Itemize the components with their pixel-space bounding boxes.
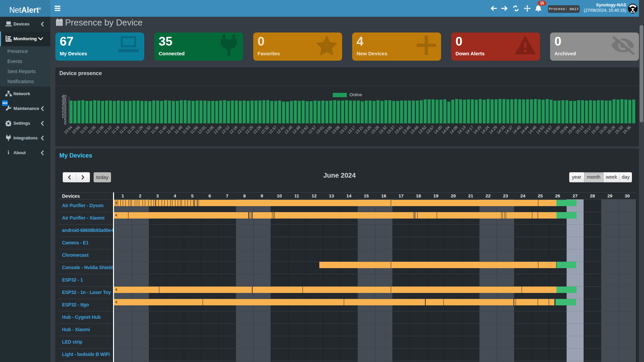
svg-text:11:53: 11:53 [181, 125, 191, 134]
svg-text:13:41: 13:41 [394, 125, 404, 135]
svg-text:11:36: 11:36 [150, 125, 159, 134]
svg-text:12:57: 12:57 [307, 125, 317, 135]
svg-text:11:32: 11:32 [142, 125, 152, 134]
svg-text:13:28: 13:28 [370, 125, 380, 135]
svg-text:14:08: 14:08 [449, 125, 459, 135]
svg-text:12:16: 12:16 [228, 125, 238, 135]
svg-text:14:17: 14:17 [465, 125, 474, 135]
svg-text:12:28: 12:28 [252, 125, 262, 135]
svg-text:11:21: 11:21 [118, 125, 128, 134]
svg-text:14:37: 14:37 [504, 125, 514, 135]
svg-text:11:01: 11:01 [79, 125, 89, 134]
svg-text:12:09: 12:09 [213, 125, 222, 135]
svg-text:12:01: 12:01 [197, 125, 207, 135]
svg-text:13:01: 13:01 [315, 125, 325, 135]
svg-text:15:13: 15:13 [575, 125, 584, 135]
svg-text:11:45: 11:45 [166, 125, 175, 134]
svg-text:13:37: 13:37 [386, 125, 395, 135]
svg-text:15:17: 15:17 [583, 125, 592, 135]
svg-text:13:21: 13:21 [355, 125, 364, 135]
svg-text:15:36: 15:36 [622, 125, 632, 135]
svg-text:15:00: 15:00 [551, 125, 561, 135]
svg-text:12:48: 12:48 [291, 125, 301, 135]
svg-text:10:56: 10:56 [71, 125, 81, 135]
svg-text:12:21: 12:21 [236, 125, 246, 135]
svg-text:11:05: 11:05 [87, 125, 97, 134]
svg-text:12:52: 12:52 [299, 125, 309, 135]
svg-text:15:25: 15:25 [598, 125, 608, 135]
svg-text:13:48: 13:48 [410, 125, 419, 135]
svg-text:13:57: 13:57 [425, 125, 435, 135]
svg-text:11:25: 11:25 [126, 125, 136, 134]
svg-text:14:53: 14:53 [535, 125, 545, 135]
svg-text:11:16: 11:16 [111, 125, 120, 134]
svg-text:12:05: 12:05 [205, 125, 215, 135]
svg-text:13:05: 13:05 [323, 125, 333, 135]
svg-text:11:08: 11:08 [95, 125, 104, 134]
svg-text:12:25: 12:25 [244, 125, 254, 135]
svg-text:13:32: 13:32 [378, 125, 388, 135]
svg-text:10:54: 10:54 [63, 125, 73, 135]
svg-text:13:45: 13:45 [401, 125, 411, 135]
svg-text:13:52: 13:52 [417, 125, 427, 135]
svg-text:14:44: 14:44 [520, 125, 529, 135]
svg-text:15:20: 15:20 [590, 125, 600, 135]
svg-text:12:12: 12:12 [221, 125, 230, 135]
svg-text:14:20: 14:20 [472, 125, 482, 135]
svg-text:15:04: 15:04 [559, 125, 569, 135]
svg-text:12:45: 12:45 [283, 125, 293, 135]
svg-text:14:04: 14:04 [441, 125, 451, 135]
svg-text:12:37: 12:37 [268, 125, 277, 135]
svg-text:11:12: 11:12 [103, 125, 112, 134]
svg-text:13:25: 13:25 [362, 125, 372, 135]
svg-text:14:29: 14:29 [488, 125, 498, 135]
svg-text:14:24: 14:24 [480, 125, 490, 135]
svg-text:13:12: 13:12 [339, 125, 348, 135]
svg-text:12:41: 12:41 [276, 125, 285, 135]
svg-text:14:57: 14:57 [543, 125, 553, 135]
svg-text:14:33: 14:33 [496, 125, 506, 135]
svg-text:14:40: 14:40 [512, 125, 522, 135]
svg-text:11:49: 11:49 [174, 125, 183, 134]
svg-text:15:29: 15:29 [606, 125, 616, 135]
svg-text:0: 0 [64, 121, 66, 126]
svg-text:15:08: 15:08 [567, 125, 577, 135]
svg-text:15:33: 15:33 [614, 125, 624, 135]
svg-text:14:00: 14:00 [433, 125, 443, 135]
svg-text:14:48: 14:48 [528, 125, 537, 135]
svg-text:11:40: 11:40 [158, 125, 167, 134]
svg-text:13:08: 13:08 [331, 125, 340, 135]
svg-text:11:29: 11:29 [134, 125, 144, 134]
svg-text:11:56: 11:56 [189, 125, 199, 134]
svg-text:14:13: 14:13 [457, 125, 467, 135]
svg-text:12:32: 12:32 [260, 125, 270, 135]
svg-text:13:17: 13:17 [346, 125, 356, 135]
